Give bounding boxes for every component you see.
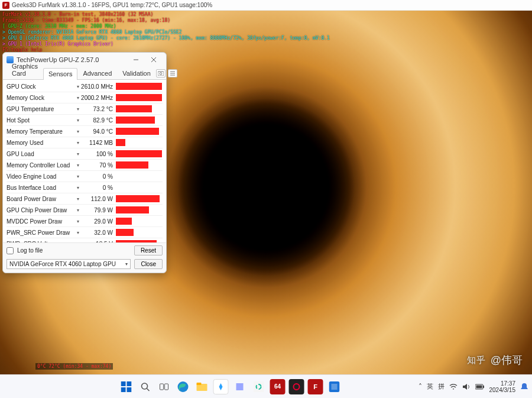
- sensor-value: 29.0 W: [81, 218, 115, 225]
- app-icon-3[interactable]: [251, 379, 267, 394]
- chevron-down-icon[interactable]: ▾: [75, 151, 81, 157]
- watermark-site: 知乎: [467, 355, 486, 366]
- osd-line-2: Frames:5136 - time:833349 - FPS:16 (min:…: [2, 18, 170, 24]
- file-explorer-icon[interactable]: [194, 379, 210, 394]
- sensor-bar: [115, 116, 163, 124]
- sensor-row[interactable]: Video Engine Load▾0 %: [7, 171, 163, 182]
- svg-rect-19: [483, 386, 484, 388]
- chevron-down-icon[interactable]: ▾: [75, 230, 81, 235]
- task-view-icon[interactable]: [157, 379, 172, 394]
- sensor-value: 73.2 °C: [81, 106, 115, 112]
- chevron-down-icon[interactable]: ▾: [75, 84, 81, 89]
- sensor-row[interactable]: GPU Temperature▾73.2 °C: [7, 103, 163, 115]
- sensor-value: 0 %: [81, 173, 115, 180]
- screenshot-button[interactable]: [156, 69, 166, 77]
- osd-line-6: > GPU 1 (Intel Iris(R) Graphics Driver): [2, 41, 113, 47]
- sensor-row[interactable]: GPU Chip Power Draw▾79.9 W: [7, 205, 163, 216]
- watermark-author: @伟哥: [491, 353, 523, 367]
- sensor-label: GPU Temperature: [7, 106, 75, 112]
- osd-line-1: FurMark v1.38.1.0 - Burn-in test, 3840x2…: [2, 12, 153, 18]
- sensor-bar: [115, 172, 163, 180]
- sensor-row[interactable]: GPU Clock▾2610.0 MHz: [7, 81, 163, 92]
- osd-line-3: [ GPU-Z (core: 2610 MHz - mem: 2000 MHz): [2, 24, 116, 30]
- sensor-label: Hot Spot: [7, 117, 75, 124]
- gpu-select-dropdown[interactable]: NVIDIA GeForce RTX 4060 Laptop GPU ▾: [7, 259, 131, 269]
- sensor-row[interactable]: PWR_SRC Voltage▾13.5 V: [7, 238, 163, 242]
- svg-rect-20: [476, 385, 482, 388]
- sensor-label: Bus Interface Load: [7, 185, 75, 191]
- reset-button[interactable]: Reset: [134, 245, 163, 255]
- close-button[interactable]: [145, 54, 163, 66]
- chevron-down-icon[interactable]: ▾: [75, 106, 81, 112]
- chevron-down-icon[interactable]: ▾: [75, 95, 81, 101]
- chevron-down-icon[interactable]: ▾: [75, 196, 81, 202]
- ime-mode[interactable]: 拼: [438, 382, 445, 391]
- sensor-label: Memory Controller Load: [7, 162, 75, 169]
- minimize-button[interactable]: [127, 54, 145, 66]
- gpuz-window: TechPowerUp GPU-Z 2.57.0 Graphics Card S…: [2, 52, 167, 273]
- start-button[interactable]: [119, 379, 134, 394]
- svg-point-6: [142, 383, 148, 389]
- sensor-row[interactable]: MVDDC Power Draw▾29.0 W: [7, 216, 163, 227]
- tab-graphics-card[interactable]: Graphics Card: [7, 60, 43, 79]
- app-icon-64[interactable]: 64: [270, 379, 286, 394]
- tray-chevron-icon[interactable]: ˄: [419, 383, 422, 391]
- sensor-bar: [115, 138, 163, 147]
- chevron-down-icon[interactable]: ▾: [75, 129, 81, 134]
- sensor-bar: [115, 206, 163, 214]
- sensor-bar: [115, 105, 163, 113]
- chevron-down-icon: ▾: [125, 261, 128, 267]
- sensor-row[interactable]: Memory Used▾1142 MB: [7, 137, 163, 148]
- app-icon-4[interactable]: [289, 379, 304, 394]
- gpuz-taskbar-icon[interactable]: [327, 379, 342, 394]
- notifications-icon[interactable]: [520, 383, 528, 391]
- sensor-bar: [115, 127, 163, 135]
- chevron-down-icon[interactable]: ▾: [75, 208, 81, 213]
- osd-temp-graph-label: 0°C 72°C (min:34 - max:74): [35, 363, 113, 370]
- chevron-down-icon[interactable]: ▾: [75, 118, 81, 123]
- chevron-down-icon[interactable]: ▾: [75, 174, 81, 179]
- sensor-bar: [115, 195, 163, 203]
- sensor-row[interactable]: Bus Interface Load▾0 %: [7, 182, 163, 193]
- gpu-select-value: NVIDIA GeForce RTX 4060 Laptop GPU: [9, 261, 116, 267]
- sensor-bar: [115, 183, 163, 192]
- log-to-file-checkbox[interactable]: [7, 247, 14, 254]
- tray-clock[interactable]: 17:37 2024/3/15: [489, 380, 516, 393]
- close-button-footer[interactable]: Close: [134, 259, 163, 269]
- chevron-down-icon[interactable]: ▾: [75, 185, 81, 190]
- sensor-bar: [115, 217, 163, 225]
- sensor-label: GPU Chip Power Draw: [7, 207, 75, 213]
- osd-line-4: > OpenGL renderer: NVIDIA GeForce RTX 40…: [2, 30, 181, 35]
- chevron-down-icon[interactable]: ▾: [75, 219, 81, 224]
- menu-button[interactable]: [168, 69, 177, 77]
- sensor-row[interactable]: Memory Controller Load▾70 %: [7, 160, 163, 171]
- app-icon-1[interactable]: [213, 379, 229, 394]
- sensor-row[interactable]: Board Power Draw▾112.0 W: [7, 193, 163, 205]
- sensor-bar: [115, 82, 163, 90]
- tab-validation[interactable]: Validation: [117, 67, 156, 79]
- chevron-down-icon[interactable]: ▾: [75, 163, 81, 168]
- ime-lang[interactable]: 英: [427, 382, 433, 391]
- wifi-icon[interactable]: [449, 383, 458, 390]
- app-icon-2[interactable]: [232, 379, 248, 394]
- battery-icon[interactable]: [475, 384, 485, 390]
- chevron-down-icon[interactable]: ▾: [75, 140, 81, 145]
- sensor-row[interactable]: Memory Temperature▾94.0 °C: [7, 126, 163, 137]
- edge-icon[interactable]: [176, 379, 191, 394]
- tab-advanced[interactable]: Advanced: [77, 67, 117, 79]
- sensor-row[interactable]: Memory Clock▾2000.2 MHz: [7, 92, 163, 103]
- search-icon[interactable]: [138, 379, 153, 394]
- sensor-row[interactable]: PWR_SRC Power Draw▾32.0 W: [7, 227, 163, 238]
- sensor-bar: [115, 161, 163, 169]
- sensor-row[interactable]: GPU Load▾100 %: [7, 148, 163, 160]
- svg-rect-12: [236, 383, 244, 390]
- sensor-value: 94.0 °C: [81, 128, 115, 135]
- sensor-label: GPU Load: [7, 151, 75, 157]
- furmark-taskbar-icon[interactable]: F: [308, 379, 323, 394]
- sensor-row[interactable]: Hot Spot▾82.9 °C: [7, 115, 163, 126]
- log-to-file-label: Log to file: [17, 247, 43, 254]
- osd-line-5: > GPU 0 (GeForce RTX 4060 Laptop GPU) - …: [2, 35, 330, 41]
- sensor-value: 100 %: [81, 151, 115, 157]
- tab-sensors[interactable]: Sensors: [43, 68, 77, 80]
- volume-icon[interactable]: [462, 383, 471, 390]
